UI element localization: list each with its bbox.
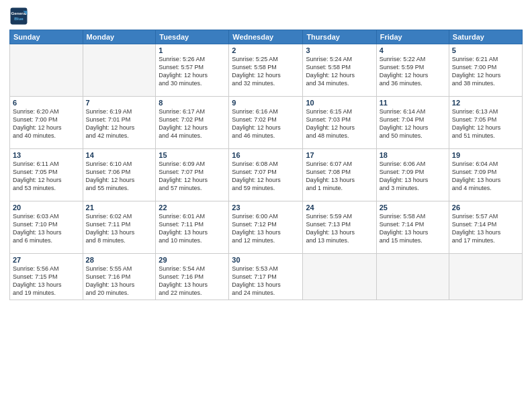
header: General Blue [9, 7, 523, 26]
calendar-cell [376, 254, 449, 300]
day-detail: Sunrise: 6:08 AM Sunset: 7:07 PM Dayligh… [232, 160, 300, 193]
day-detail: Sunrise: 6:11 AM Sunset: 7:05 PM Dayligh… [13, 160, 80, 193]
day-detail: Sunrise: 5:54 AM Sunset: 7:16 PM Dayligh… [159, 265, 226, 298]
day-number: 17 [306, 151, 373, 159]
calendar-cell: 25Sunrise: 5:58 AM Sunset: 7:14 PM Dayli… [376, 201, 449, 254]
day-detail: Sunrise: 6:01 AM Sunset: 7:11 PM Dayligh… [159, 212, 226, 245]
calendar-cell: 11Sunrise: 6:14 AM Sunset: 7:04 PM Dayli… [376, 97, 449, 149]
calendar-cell: 20Sunrise: 6:03 AM Sunset: 7:10 PM Dayli… [10, 201, 83, 254]
day-detail: Sunrise: 6:09 AM Sunset: 7:07 PM Dayligh… [159, 160, 226, 193]
calendar-cell [83, 44, 156, 97]
calendar-cell: 1Sunrise: 5:26 AM Sunset: 5:57 PM Daylig… [156, 44, 229, 97]
day-number: 24 [306, 203, 373, 212]
weekday-header-row: SundayMondayTuesdayWednesdayThursdayFrid… [10, 30, 523, 44]
weekday-header-sunday: Sunday [10, 30, 83, 44]
day-detail: Sunrise: 5:26 AM Sunset: 5:57 PM Dayligh… [159, 55, 226, 88]
day-detail: Sunrise: 6:19 AM Sunset: 7:01 PM Dayligh… [86, 107, 153, 140]
calendar-cell: 27Sunrise: 5:56 AM Sunset: 7:15 PM Dayli… [10, 254, 83, 300]
day-detail: Sunrise: 6:21 AM Sunset: 7:00 PM Dayligh… [452, 55, 519, 88]
day-detail: Sunrise: 5:55 AM Sunset: 7:16 PM Dayligh… [86, 265, 153, 298]
day-detail: Sunrise: 6:10 AM Sunset: 7:06 PM Dayligh… [86, 160, 153, 193]
weekday-header-saturday: Saturday [449, 30, 522, 44]
day-detail: Sunrise: 5:57 AM Sunset: 7:14 PM Dayligh… [452, 212, 519, 245]
logo-icon: General Blue [9, 7, 28, 26]
weekday-header-monday: Monday [83, 30, 156, 44]
day-number: 16 [232, 151, 300, 159]
calendar-cell: 19Sunrise: 6:04 AM Sunset: 7:09 PM Dayli… [449, 149, 522, 201]
day-detail: Sunrise: 6:17 AM Sunset: 7:02 PM Dayligh… [159, 107, 226, 140]
calendar-cell: 10Sunrise: 6:15 AM Sunset: 7:03 PM Dayli… [303, 97, 376, 149]
week-row-5: 27Sunrise: 5:56 AM Sunset: 7:15 PM Dayli… [10, 254, 523, 300]
weekday-header-tuesday: Tuesday [156, 30, 229, 44]
day-detail: Sunrise: 6:06 AM Sunset: 7:09 PM Dayligh… [380, 160, 446, 193]
week-row-1: 1Sunrise: 5:26 AM Sunset: 5:57 PM Daylig… [10, 44, 523, 97]
day-number: 11 [380, 99, 446, 107]
day-number: 14 [86, 151, 153, 159]
calendar-cell: 22Sunrise: 6:01 AM Sunset: 7:11 PM Dayli… [156, 201, 229, 254]
day-detail: Sunrise: 5:58 AM Sunset: 7:14 PM Dayligh… [380, 212, 446, 245]
calendar-cell: 13Sunrise: 6:11 AM Sunset: 7:05 PM Dayli… [10, 149, 83, 201]
day-detail: Sunrise: 6:03 AM Sunset: 7:10 PM Dayligh… [13, 212, 80, 245]
week-row-3: 13Sunrise: 6:11 AM Sunset: 7:05 PM Dayli… [10, 149, 523, 201]
calendar-cell: 6Sunrise: 6:20 AM Sunset: 7:00 PM Daylig… [10, 97, 83, 149]
day-number: 8 [159, 99, 226, 107]
day-number: 28 [86, 256, 153, 264]
day-detail: Sunrise: 5:25 AM Sunset: 5:58 PM Dayligh… [232, 55, 300, 88]
day-number: 7 [86, 99, 153, 107]
calendar-cell: 16Sunrise: 6:08 AM Sunset: 7:07 PM Dayli… [229, 149, 303, 201]
day-detail: Sunrise: 6:14 AM Sunset: 7:04 PM Dayligh… [380, 107, 446, 140]
calendar-cell: 14Sunrise: 6:10 AM Sunset: 7:06 PM Dayli… [83, 149, 156, 201]
day-number: 18 [380, 151, 446, 159]
day-detail: Sunrise: 6:02 AM Sunset: 7:11 PM Dayligh… [86, 212, 153, 245]
day-number: 15 [159, 151, 226, 159]
day-number: 25 [380, 203, 446, 212]
calendar-cell: 21Sunrise: 6:02 AM Sunset: 7:11 PM Dayli… [83, 201, 156, 254]
day-detail: Sunrise: 5:56 AM Sunset: 7:15 PM Dayligh… [13, 265, 80, 298]
day-detail: Sunrise: 6:04 AM Sunset: 7:09 PM Dayligh… [452, 160, 519, 193]
calendar-cell: 5Sunrise: 6:21 AM Sunset: 7:00 PM Daylig… [449, 44, 522, 97]
day-detail: Sunrise: 5:53 AM Sunset: 7:17 PM Dayligh… [232, 265, 300, 298]
day-number: 1 [159, 46, 226, 54]
week-row-2: 6Sunrise: 6:20 AM Sunset: 7:00 PM Daylig… [10, 97, 523, 149]
week-row-4: 20Sunrise: 6:03 AM Sunset: 7:10 PM Dayli… [10, 201, 523, 254]
day-detail: Sunrise: 6:16 AM Sunset: 7:02 PM Dayligh… [232, 107, 300, 140]
day-number: 4 [380, 46, 446, 54]
calendar-cell: 18Sunrise: 6:06 AM Sunset: 7:09 PM Dayli… [376, 149, 449, 201]
calendar-cell: 23Sunrise: 6:00 AM Sunset: 7:12 PM Dayli… [229, 201, 303, 254]
weekday-header-friday: Friday [376, 30, 449, 44]
calendar-cell: 9Sunrise: 6:16 AM Sunset: 7:02 PM Daylig… [229, 97, 303, 149]
day-detail: Sunrise: 5:24 AM Sunset: 5:58 PM Dayligh… [306, 55, 373, 88]
day-number: 23 [232, 203, 300, 212]
calendar-cell [449, 254, 522, 300]
day-detail: Sunrise: 5:22 AM Sunset: 5:59 PM Dayligh… [380, 55, 446, 88]
calendar-cell: 28Sunrise: 5:55 AM Sunset: 7:16 PM Dayli… [83, 254, 156, 300]
calendar-table: SundayMondayTuesdayWednesdayThursdayFrid… [9, 30, 523, 300]
day-number: 26 [452, 203, 519, 212]
calendar-cell [10, 44, 83, 97]
weekday-header-wednesday: Wednesday [229, 30, 303, 44]
logo: General Blue [9, 7, 31, 26]
weekday-header-thursday: Thursday [303, 30, 376, 44]
calendar-cell: 7Sunrise: 6:19 AM Sunset: 7:01 PM Daylig… [83, 97, 156, 149]
calendar-cell [303, 254, 376, 300]
day-detail: Sunrise: 6:00 AM Sunset: 7:12 PM Dayligh… [232, 212, 300, 245]
day-number: 13 [13, 151, 80, 159]
calendar-cell: 24Sunrise: 5:59 AM Sunset: 7:13 PM Dayli… [303, 201, 376, 254]
day-number: 29 [159, 256, 226, 264]
calendar-cell: 15Sunrise: 6:09 AM Sunset: 7:07 PM Dayli… [156, 149, 229, 201]
day-number: 21 [86, 203, 153, 212]
day-number: 20 [13, 203, 80, 212]
day-detail: Sunrise: 6:20 AM Sunset: 7:00 PM Dayligh… [13, 107, 80, 140]
calendar-cell: 30Sunrise: 5:53 AM Sunset: 7:17 PM Dayli… [229, 254, 303, 300]
calendar-page: General Blue SundayMondayTuesdayWednesda… [0, 0, 532, 411]
calendar-cell: 26Sunrise: 5:57 AM Sunset: 7:14 PM Dayli… [449, 201, 522, 254]
day-number: 12 [452, 99, 519, 107]
day-number: 10 [306, 99, 373, 107]
day-number: 30 [232, 256, 300, 264]
day-number: 27 [13, 256, 80, 264]
calendar-cell: 12Sunrise: 6:13 AM Sunset: 7:05 PM Dayli… [449, 97, 522, 149]
day-number: 6 [13, 99, 80, 107]
day-number: 5 [452, 46, 519, 54]
day-number: 19 [452, 151, 519, 159]
calendar-cell: 3Sunrise: 5:24 AM Sunset: 5:58 PM Daylig… [303, 44, 376, 97]
